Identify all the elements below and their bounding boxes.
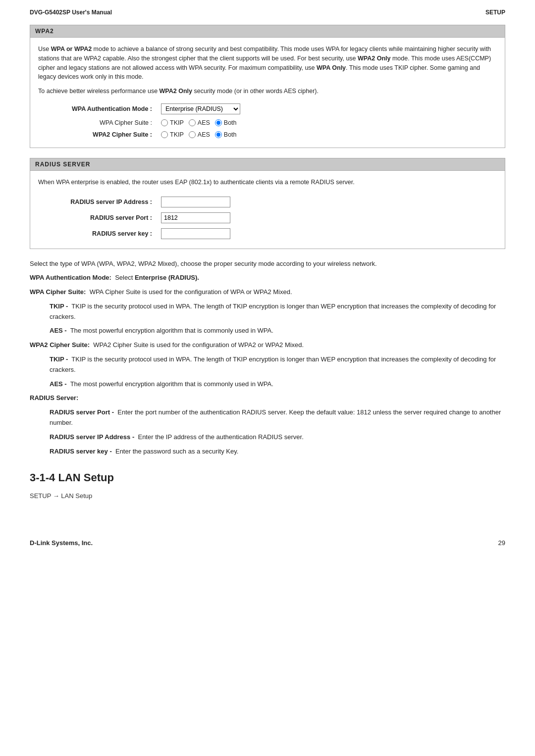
tkip2-desc: TKIP is the security protocol used in WP…: [50, 355, 496, 373]
wpa2-cipher-both-text: Both: [224, 131, 237, 138]
wpa2-box: WPA2 Use WPA or WPA2 mode to achieve a b…: [30, 25, 505, 148]
wpa2-cipher-radio-group: TKIP AES Both: [161, 131, 493, 138]
radius-key-desc: Enter the password such as a security Ke…: [115, 448, 238, 455]
wpa-auth-desc-para: WPA Authentication Mode: Select Enterpri…: [30, 273, 505, 283]
radius-key-heading: RADIUS server key -: [50, 448, 112, 455]
tkip2-indent: TKIP - TKIP is the security protocol use…: [50, 354, 505, 375]
wpa2-para1: Use WPA or WPA2 mode to achieve a balanc…: [38, 45, 497, 82]
radius-box-body: When WPA enterprise is enabled, the rout…: [30, 171, 505, 249]
radius-key-para: RADIUS server key - Enter the password s…: [50, 447, 505, 457]
section-heading: 3-1-4 LAN Setup: [30, 471, 505, 484]
page-header: DVG-G5402SP User's Manual SETUP: [0, 0, 535, 20]
wpa2-cipher-aes-label[interactable]: AES: [189, 131, 210, 138]
wpa-cipher-aes-radio[interactable]: [189, 119, 196, 126]
wpa-cipher-radio-cell: TKIP AES Both: [157, 117, 497, 129]
company-name: D-Link Systems, Inc.: [30, 539, 93, 547]
radius-port-desc: Enter the port number of the authenticat…: [50, 408, 501, 426]
wpa-auth-select-cell: Enterprise (RADIUS): [157, 101, 497, 117]
footer-right: 29: [498, 539, 505, 547]
radius-port-cell: [157, 210, 497, 226]
wpa-cipher-desc-heading: WPA Cipher Suite:: [30, 288, 86, 296]
radius-desc: When WPA enterprise is enabled, the rout…: [38, 178, 497, 187]
tkip-para: TKIP - TKIP is the security protocol use…: [50, 302, 505, 322]
wpa2-cipher-both-radio[interactable]: [215, 131, 222, 138]
wpa-cipher-both-text: Both: [224, 119, 237, 126]
wpa-cipher-aes-text: AES: [198, 119, 210, 126]
radius-ip-input[interactable]: [161, 197, 230, 207]
radius-port-input[interactable]: [161, 212, 230, 223]
radius-heading: RADIUS Server:: [30, 394, 78, 402]
aes-indent: AES - The most powerful encryption algor…: [50, 326, 505, 336]
wpa-auth-label: WPA Authentication Mode :: [38, 101, 157, 117]
wpa2-box-header: WPA2: [30, 25, 505, 38]
radius-key-indent: RADIUS server key - Enter the password s…: [50, 447, 505, 457]
aes2-desc: The most powerful encryption algorithm t…: [70, 380, 273, 388]
aes-heading: AES -: [50, 327, 67, 334]
aes2-para: AES - The most powerful encryption algor…: [50, 379, 505, 390]
aes2-heading: AES -: [50, 380, 67, 388]
tkip-desc: TKIP is the security protocol used in WP…: [50, 302, 496, 320]
wpa-auth-desc-heading: WPA Authentication Mode:: [30, 274, 111, 281]
radius-port-row: RADIUS server Port :: [38, 210, 497, 226]
wpa2-cipher-tkip-radio[interactable]: [161, 131, 168, 138]
radius-ip-heading: RADIUS server IP Address -: [50, 433, 134, 441]
wpa-cipher-both-radio[interactable]: [215, 119, 222, 126]
radius-ip-row: RADIUS server IP Address :: [38, 194, 497, 210]
tkip-heading: TKIP -: [50, 302, 68, 310]
wpa2-cipher-both-label[interactable]: Both: [215, 131, 237, 138]
tkip2-para: TKIP - TKIP is the security protocol use…: [50, 354, 505, 375]
wpa-auth-select[interactable]: Enterprise (RADIUS): [161, 103, 240, 114]
wpa-cipher-label: WPA Cipher Suite :: [38, 117, 157, 129]
radius-key-label: RADIUS server key :: [38, 226, 157, 242]
aes-para: AES - The most powerful encryption algor…: [50, 326, 505, 336]
radius-ip-desc: Enter the IP address of the authenticati…: [138, 433, 303, 441]
radius-port-heading: RADIUS server Port -: [50, 408, 114, 416]
page-content: WPA2 Use WPA or WPA2 mode to achieve a b…: [0, 20, 535, 519]
radius-key-cell: [157, 226, 497, 242]
wpa-auth-row: WPA Authentication Mode : Enterprise (RA…: [38, 101, 497, 117]
page-footer: D-Link Systems, Inc. 29: [0, 534, 535, 552]
nav-path: SETUP → LAN Setup: [30, 492, 505, 500]
wpa-cipher-both-label[interactable]: Both: [215, 119, 237, 126]
wpa2-cipher-tkip-text: TKIP: [170, 131, 184, 138]
radius-ip-label: RADIUS server IP Address :: [38, 194, 157, 210]
wpa-cipher-tkip-text: TKIP: [170, 119, 184, 126]
radius-box-header: Radius Server: [30, 158, 505, 171]
radius-heading-para: RADIUS Server:: [30, 393, 505, 403]
wpa-cipher-row: WPA Cipher Suite : TKIP AES: [38, 117, 497, 129]
wpa-cipher-aes-label[interactable]: AES: [189, 119, 210, 126]
wpa2-box-body: Use WPA or WPA2 mode to achieve a balanc…: [30, 38, 505, 148]
wpa2-cipher-tkip-label[interactable]: TKIP: [161, 131, 184, 138]
radius-form-table: RADIUS server IP Address : RADIUS server…: [38, 194, 497, 242]
wpa-cipher-radio-group: TKIP AES Both: [161, 119, 493, 126]
radius-port-label: RADIUS server Port :: [38, 210, 157, 226]
radius-port-indent: RADIUS server Port - Enter the port numb…: [50, 407, 505, 428]
aes-desc: The most powerful encryption algorithm t…: [70, 327, 273, 334]
wpa2-cipher-row: WPA2 Cipher Suite : TKIP AES: [38, 129, 497, 141]
footer-left: D-Link Systems, Inc.: [30, 539, 93, 547]
tkip2-heading: TKIP -: [50, 355, 68, 363]
tkip-indent: TKIP - TKIP is the security protocol use…: [50, 302, 505, 322]
radius-ip-para: RADIUS server IP Address - Enter the IP …: [50, 432, 505, 443]
wpa2-cipher-label: WPA2 Cipher Suite :: [38, 129, 157, 141]
radius-key-row: RADIUS server key :: [38, 226, 497, 242]
radius-key-input[interactable]: [161, 228, 230, 239]
select-type-para: Select the type of WPA (WPA, WPA2, WPA2 …: [30, 259, 505, 269]
wpa2-cipher-desc-text: WPA2 Cipher Suite is used for the config…: [93, 341, 304, 349]
page-number: 29: [498, 539, 505, 547]
wpa2-cipher-aes-text: AES: [198, 131, 210, 138]
wpa-auth-desc-text: Select Enterprise (RADIUS).: [115, 274, 199, 281]
wpa2-para2: To achieve better wireless performance u…: [38, 87, 497, 96]
wpa2-cipher-desc-heading: WPA2 Cipher Suite:: [30, 341, 90, 349]
header-left: DVG-G5402SP User's Manual: [30, 9, 112, 16]
wpa-cipher-tkip-radio[interactable]: [161, 119, 168, 126]
header-right: SETUP: [485, 9, 505, 16]
wpa2-cipher-radio-cell: TKIP AES Both: [157, 129, 497, 141]
wpa2-cipher-desc-para: WPA2 Cipher Suite: WPA2 Cipher Suite is …: [30, 340, 505, 351]
wpa2-cipher-aes-radio[interactable]: [189, 131, 196, 138]
wpa2-form-table: WPA Authentication Mode : Enterprise (RA…: [38, 101, 497, 141]
radius-box: Radius Server When WPA enterprise is ena…: [30, 158, 505, 249]
body-text-section: Select the type of WPA (WPA, WPA2, WPA2 …: [30, 259, 505, 457]
wpa-cipher-desc-para: WPA Cipher Suite: WPA Cipher Suite is us…: [30, 287, 505, 298]
wpa-cipher-tkip-label[interactable]: TKIP: [161, 119, 184, 126]
